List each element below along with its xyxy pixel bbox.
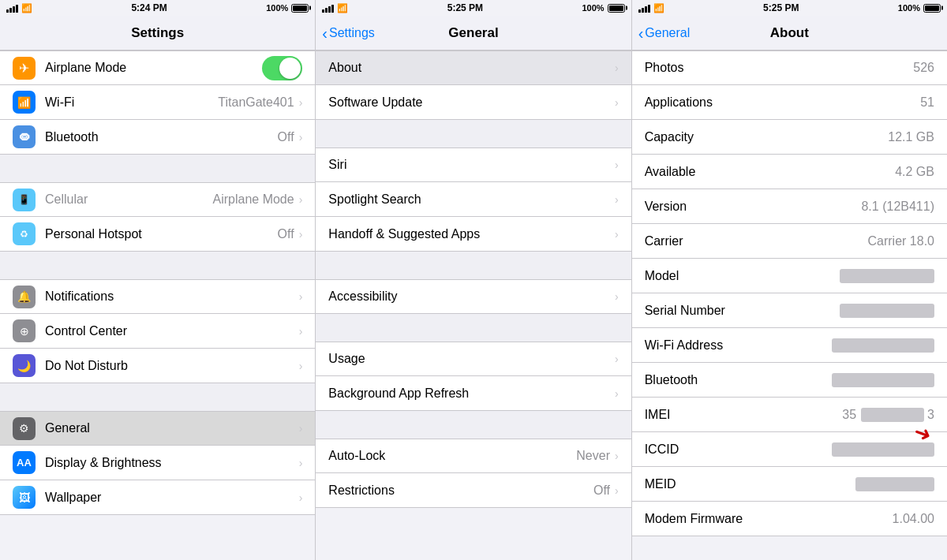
row-wifi[interactable]: 📶 Wi-Fi TitanGate401 › [0,85,315,120]
row-autolock[interactable]: Auto-Lock Never › [316,439,631,473]
about-row-carrier: Carrier Carrier 18.0 [632,224,947,259]
section-1-1: ✈ Airplane Mode 📶 Wi-Fi TitanGate401 › [0,50,315,155]
airplane-toggle[interactable] [262,56,302,80]
status-bar-3: 📶 5:25 PM 100% [632,0,947,16]
hotspot-chevron: › [299,228,303,241]
dnd-icon: 🌙 [13,354,36,377]
battery-fill-3 [925,6,939,11]
general-chevron: › [299,422,303,435]
signal-icon-3 [638,4,650,13]
row-about[interactable]: About › [316,50,631,85]
bluetooth-chevron: › [299,131,303,144]
available-label: Available [645,165,896,179]
imei-arrow-annotation: ➜ [914,421,931,446]
wifi-label: Wi-Fi [45,95,218,110]
meid-label: MEID [645,477,855,491]
software-update-label: Software Update [328,95,615,110]
status-bar-1: 📶 5:24 PM 100% [0,0,315,16]
wifi-icon-2: 📶 [337,3,348,13]
bluetooth-value: Off [278,130,294,144]
dnd-label: Do Not Disturb [45,359,299,373]
wallpaper-icon: 🖼 [13,486,36,509]
row-accessibility[interactable]: Accessibility › [316,279,631,314]
row-general[interactable]: ⚙ General › [0,411,315,446]
wifi-setting-icon: 📶 [13,91,36,114]
cellular-label: Cellular [45,192,212,207]
row-wallpaper[interactable]: 🖼 Wallpaper › [0,480,315,515]
nav-bar-general: ‹ Settings General [316,16,631,50]
wifi-chevron: › [299,96,303,109]
row-do-not-disturb[interactable]: 🌙 Do Not Disturb › [0,349,315,383]
about-row-modem: Modem Firmware 1.04.00 [632,502,947,536]
battery-icon-1 [291,4,309,13]
cellular-icon: 📱 [13,189,36,211]
about-section: Photos 526 Applications 51 Capacity 12.1… [632,50,947,536]
nav-title-general: General [448,25,498,41]
nav-title-about: About [770,25,809,41]
row-hotspot[interactable]: ♻ Personal Hotspot Off › [0,217,315,252]
photos-value: 526 [913,61,934,75]
panel-settings: 📶 5:24 PM 100% Settings ✈ Airplane Mode [0,0,316,560]
row-notifications[interactable]: 🔔 Notifications › [0,279,315,314]
row-software-update[interactable]: Software Update › [316,85,631,120]
restrictions-chevron: › [615,484,619,497]
notifications-icon: 🔔 [13,286,36,308]
nav-bar-settings: Settings [0,16,315,50]
panel-general: 📶 5:25 PM 100% ‹ Settings General About [316,0,631,560]
modem-label: Modem Firmware [645,512,893,526]
notifications-chevron: › [299,290,303,303]
row-usage[interactable]: Usage › [316,342,631,376]
row-siri[interactable]: Siri › [316,147,631,182]
section-1-2: 📱 Cellular Airplane Mode › ♻ Personal Ho… [0,182,315,252]
wifi-address-value [832,338,934,353]
section-1-4: ⚙ General › AA Display & Brightness › 🖼 [0,411,315,515]
bluetooth-icon: ⭖ [13,125,36,148]
cellular-chevron: › [299,193,303,206]
row-control-center[interactable]: ⊕ Control Center › [0,314,315,349]
row-handoff[interactable]: Handoff & Suggested Apps › [316,217,631,252]
general-gap-3 [316,314,631,342]
back-to-general[interactable]: ‹ General [638,25,691,41]
general-gap-4 [316,411,631,439]
about-row-capacity: Capacity 12.1 GB [632,120,947,155]
notifications-label: Notifications [45,289,299,304]
usage-label: Usage [328,352,615,366]
imei-value-prefix: 35 [842,408,856,422]
row-restrictions[interactable]: Restrictions Off › [316,473,631,508]
back-to-settings[interactable]: ‹ Settings [322,25,374,41]
battery-icon-3 [923,4,941,13]
spotlight-label: Spotlight Search [328,192,615,207]
row-spotlight[interactable]: Spotlight Search › [316,182,631,217]
row-display[interactable]: AA Display & Brightness › [0,446,315,480]
hotspot-value: Off [278,227,294,241]
row-background-refresh[interactable]: Background App Refresh › [316,376,631,411]
general-label: General [45,421,299,435]
about-row-iccid: ICCID [632,432,947,467]
nav-bar-about: ‹ General About [632,16,947,50]
section-gap-3 [0,383,315,411]
wifi-address-label: Wi-Fi Address [645,338,832,353]
row-airplane-mode[interactable]: ✈ Airplane Mode [0,50,315,85]
capacity-value: 12.1 GB [888,130,934,144]
section-1-3: 🔔 Notifications › ⊕ Control Center › 🌙 [0,279,315,383]
about-row-bluetooth-addr: Bluetooth [632,363,947,398]
display-icon: AA [13,451,36,474]
battery-icon-2 [608,4,625,13]
airplane-label: Airplane Mode [45,61,262,75]
battery-fill-2 [609,6,623,11]
battery-percent-1: 100% [266,3,288,13]
time-2: 5:25 PM [447,2,483,13]
about-row-available: Available 4.2 GB [632,155,947,189]
time-1: 5:24 PM [131,2,167,13]
battery-fill-1 [293,6,307,11]
photos-label: Photos [645,61,914,75]
carrier-label: Carrier [645,234,868,248]
back-label-general: Settings [329,26,375,40]
autolock-chevron: › [615,450,619,462]
status-left-3: 📶 [638,3,664,13]
status-bar-2: 📶 5:25 PM 100% [316,0,631,16]
siri-label: Siri [328,158,615,172]
row-bluetooth[interactable]: ⭖ Bluetooth Off › [0,120,315,155]
row-cellular[interactable]: 📱 Cellular Airplane Mode › [0,182,315,217]
control-center-chevron: › [299,325,303,338]
